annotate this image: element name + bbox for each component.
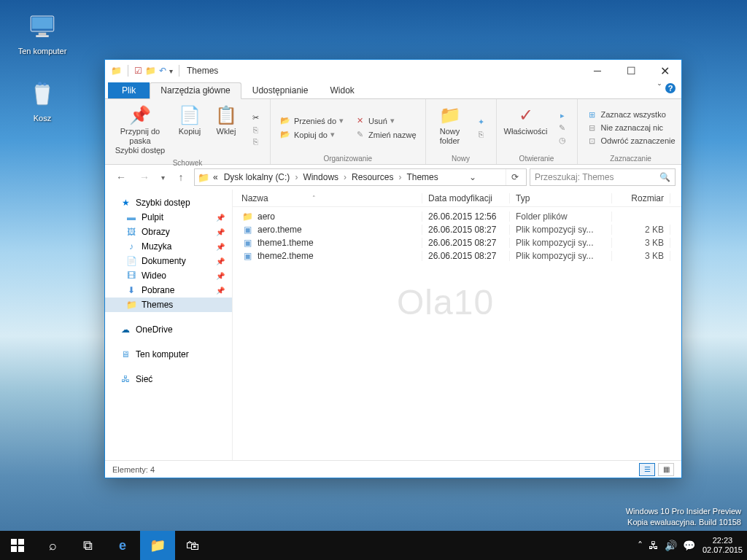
chevron-right-icon: › <box>342 172 348 182</box>
sidebar-item-desktop[interactable]: ▬Pulpit📌 <box>105 210 232 225</box>
edit-button[interactable]: ✎ <box>554 122 571 133</box>
titlebar[interactable]: 📁 ☑ 📁 ↶ ▾ Themes ─ ☐ ✕ <box>105 60 681 82</box>
delete-button[interactable]: ✕Usuń ▾ <box>351 115 419 126</box>
column-type[interactable]: Typ <box>510 193 612 203</box>
file-type: Plik kompozycji sy... <box>510 225 612 235</box>
minimize-button[interactable]: ─ <box>581 60 614 82</box>
desktop-icon: ▬ <box>125 212 137 222</box>
new-item-button[interactable]: ✦ <box>473 117 490 128</box>
volume-icon[interactable]: 🔊 <box>665 540 677 551</box>
file-row[interactable]: ▣theme1.theme26.06.2015 08:27Plik kompoz… <box>233 236 681 249</box>
rename-button[interactable]: ✎Zmień nazwę <box>351 129 419 140</box>
cut-button[interactable]: ✂ <box>247 112 264 123</box>
tab-home[interactable]: Narzędzia główne <box>150 82 241 99</box>
store-icon: 🛍 <box>186 538 199 553</box>
pin-icon: 📌 <box>216 214 225 222</box>
sidebar-item-pictures[interactable]: 🖼Obrazy📌 <box>105 225 232 239</box>
new-folder-button[interactable]: 📁 Nowy folder <box>432 102 468 153</box>
action-center-icon[interactable]: 💬 <box>683 540 695 551</box>
invert-selection-button[interactable]: ⊡Odwróć zaznaczenie <box>584 136 678 147</box>
tab-share[interactable]: Udostępnianie <box>241 82 320 98</box>
file-list: 📁aero26.06.2015 12:56Folder plików▣aero.… <box>233 207 681 460</box>
easy-access-button[interactable]: ⎘ <box>473 129 490 139</box>
sidebar-item-downloads[interactable]: ⬇Pobrane📌 <box>105 283 232 298</box>
paste-shortcut-button[interactable]: ⎘ <box>247 136 264 147</box>
sidebar-item-documents[interactable]: 📄Dokumenty📌 <box>105 254 232 268</box>
tray-chevron-icon[interactable]: ˄ <box>638 540 643 551</box>
breadcrumb-item[interactable]: Resources <box>349 172 395 182</box>
breadcrumb-item[interactable]: Dysk lokalny (C:) <box>222 172 293 182</box>
sidebar-item-onedrive[interactable]: ☁OneDrive <box>105 322 232 337</box>
task-view-button[interactable]: ⧉ <box>70 531 105 560</box>
select-all-button[interactable]: ⊞Zaznacz wszystko <box>584 109 678 120</box>
select-none-button[interactable]: ⊟Nie zaznaczaj nic <box>584 122 678 133</box>
dropdown-icon[interactable]: ▾ <box>169 67 173 75</box>
file-row[interactable]: 📁aero26.06.2015 12:56Folder plików <box>233 210 681 223</box>
sidebar-item-quick-access[interactable]: ★Szybki dostęp <box>105 195 232 210</box>
up-button[interactable]: ↑ <box>171 168 191 187</box>
sidebar-item-music[interactable]: ♪Muzyka📌 <box>105 239 232 254</box>
forward-button[interactable]: → <box>134 168 155 187</box>
desktop-icon-this-pc[interactable]: Ten komputer <box>13 9 71 55</box>
column-date[interactable]: Data modyfikacji <box>422 193 510 203</box>
history-button[interactable]: ◷ <box>554 135 571 146</box>
close-button[interactable]: ✕ <box>648 60 681 82</box>
properties-button[interactable]: ✓ Właściwości <box>503 102 549 153</box>
tray-clock[interactable]: 22:23 02.07.2015 <box>703 536 743 555</box>
open-button[interactable]: ▸ <box>554 110 571 121</box>
pin-quick-access-button[interactable]: 📌 Przypnij do paska Szybki dostęp <box>111 102 169 158</box>
sidebar-item-network[interactable]: 🖧Sieć <box>105 372 232 386</box>
start-button[interactable] <box>0 531 35 560</box>
icons-view-button[interactable]: ▦ <box>658 463 674 476</box>
breadcrumb-item[interactable]: Themes <box>404 172 440 182</box>
properties-icon[interactable]: ☑ <box>134 66 142 76</box>
chevron-down-icon[interactable]: ⌄ <box>466 172 479 182</box>
store-button[interactable]: 🛍 <box>175 531 210 560</box>
sidebar-item-videos[interactable]: 🎞Wideo📌 <box>105 268 232 283</box>
file-size: 3 KB <box>612 251 670 261</box>
column-name[interactable]: Nazwa˄ <box>233 193 422 203</box>
search-input[interactable]: Przeszukaj: Themes 🔍 <box>530 168 676 186</box>
sidebar-item-this-pc[interactable]: 🖥Ten komputer <box>105 347 232 362</box>
copy-path-button[interactable]: ⎘ <box>247 125 264 135</box>
column-size[interactable]: Rozmiar <box>612 193 670 203</box>
newfolder-icon: 📁 <box>439 104 461 127</box>
videos-icon: 🎞 <box>125 271 137 281</box>
tab-file[interactable]: Plik <box>108 82 150 98</box>
move-icon: 📂 <box>279 116 291 125</box>
file-row[interactable]: ▣aero.theme26.06.2015 08:27Plik kompozyc… <box>233 223 681 236</box>
move-to-button[interactable]: 📂Przenieś do ▾ <box>276 115 347 126</box>
file-row[interactable]: ▣theme2.theme26.06.2015 08:27Plik kompoz… <box>233 249 681 262</box>
tab-view[interactable]: Widok <box>319 82 365 98</box>
minimize-ribbon-icon[interactable]: ˇ <box>658 83 661 93</box>
maximize-button[interactable]: ☐ <box>614 60 648 82</box>
paste-button[interactable]: 📋 Wklej <box>210 102 242 158</box>
details-view-button[interactable]: ☰ <box>639 463 655 476</box>
chevron-right-icon: › <box>293 172 299 182</box>
undo-icon[interactable]: ↶ <box>159 66 166 76</box>
copy-to-button[interactable]: 📂Kopiuj do ▾ <box>276 129 347 140</box>
help-icon[interactable]: ? <box>665 83 676 93</box>
edge-button[interactable]: e <box>105 531 140 560</box>
recent-dropdown[interactable]: ▾ <box>158 168 168 187</box>
refresh-button[interactable]: ⟳ <box>506 169 523 185</box>
desktop-icon-recycle-bin[interactable]: Kosz <box>13 76 71 122</box>
search-button[interactable]: ⌕ <box>35 531 70 560</box>
copy-button[interactable]: 📄 Kopiuj <box>174 102 206 158</box>
new-folder-icon[interactable]: 📁 <box>145 66 156 76</box>
window-title: Themes <box>187 66 218 76</box>
file-type: Folder plików <box>510 211 612 222</box>
file-name: aero <box>258 211 275 222</box>
downloads-icon: ⬇ <box>125 285 137 295</box>
sidebar-item-themes[interactable]: 📁Themes <box>105 298 232 312</box>
file-type: Plik kompozycji sy... <box>510 251 612 261</box>
breadcrumb-item[interactable]: Windows <box>301 172 341 182</box>
paste-icon: 📋 <box>215 104 237 127</box>
breadcrumb[interactable]: 📁 « Dysk lokalny (C:) › Windows › Resour… <box>194 168 527 186</box>
theme-file-icon: ▣ <box>241 225 253 235</box>
explorer-button[interactable]: 📁 <box>140 531 175 560</box>
invert-icon: ⊡ <box>587 136 598 146</box>
network-icon[interactable]: 🖧 <box>649 540 659 551</box>
navbar: ← → ▾ ↑ 📁 « Dysk lokalny (C:) › Windows … <box>105 165 681 190</box>
back-button[interactable]: ← <box>111 168 131 187</box>
